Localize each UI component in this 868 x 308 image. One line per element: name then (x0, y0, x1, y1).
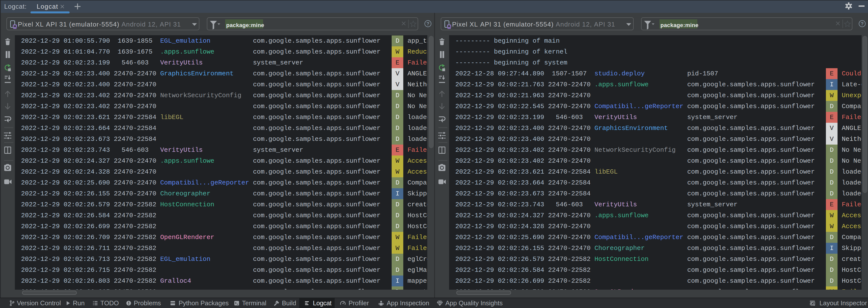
svg-text:?: ? (861, 21, 864, 26)
svg-text:?: ? (427, 21, 430, 26)
